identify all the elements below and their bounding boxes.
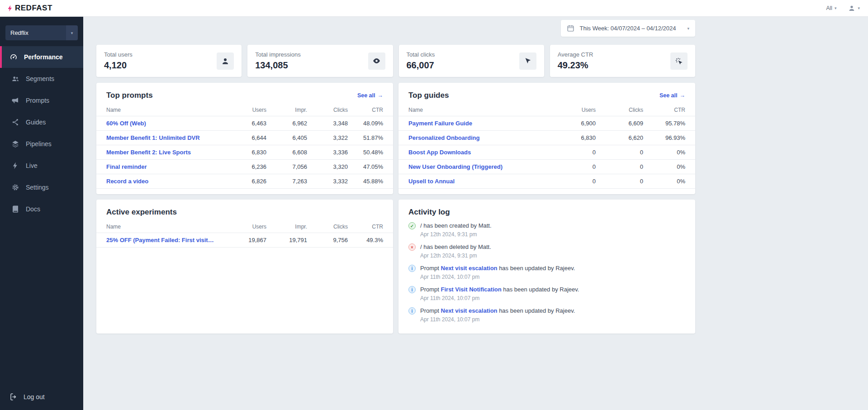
column-header-name: Name [96,104,230,116]
cell-clicks: 0 [600,160,648,174]
cell-ctr: 45.88% [352,174,393,189]
sidebar-item-docs[interactable]: Docs [0,198,83,220]
cell-impr: 6,962 [271,116,312,131]
activity-entity-link[interactable]: First Visit Notification [441,286,502,293]
active-experiments-card: Active experiments Name Users Impr. Clic… [96,200,393,334]
activity-item: ✓ / has been created by Matt. Apr 12th 2… [408,222,685,238]
prompt-link[interactable]: Member Benefit 1: Unlimited DVR [106,134,200,141]
cell-ctr: 50.48% [352,145,393,160]
activity-item: i Prompt First Visit Notification has be… [408,286,685,301]
prompt-link[interactable]: Record a video [106,178,148,185]
see-all-prompts-link[interactable]: See all → [357,92,383,99]
sidebar-item-pipelines[interactable]: Pipelines [0,133,83,155]
cell-ctr: 95.78% [648,116,695,131]
guide-link[interactable]: Upsell to Annual [408,178,455,185]
activity-timestamp: Apr 11th 2024, 10:07 pm [420,295,579,301]
stat-value: 49.23% [558,60,593,71]
date-range-label: This Week: 04/07/2024 – 04/12/2024 [579,25,676,32]
sidebar-item-prompts[interactable]: Prompts [0,90,83,111]
sidebar-item-label: Docs [26,205,40,213]
activity-item: i Prompt Next visit escalation has been … [408,307,685,323]
stats-row: Total users 4,120 Total impressions 134,… [96,45,695,77]
prompt-link[interactable]: Final reminder [106,163,147,170]
cell-ctr: 0% [648,160,695,174]
sidebar-item-guides[interactable]: Guides [0,111,83,133]
cell-ctr: 47.05% [352,160,393,174]
sidebar-item-live[interactable]: Live [0,155,83,176]
sidebar-item-settings[interactable]: Settings [0,176,83,198]
activity-text: Prompt Next visit escalation has been up… [420,264,575,272]
workspace-selector[interactable]: Redflix ▾ [5,25,78,40]
cell-clicks: 6,620 [600,131,648,145]
success-icon: ✓ [408,222,416,229]
column-header-clicks: Clicks [312,221,352,233]
activity-entity-link[interactable]: Next visit escalation [441,265,498,272]
logout-button[interactable]: Log out [0,384,83,410]
cell-clicks: 0 [600,145,648,160]
arrow-right-icon: → [680,92,686,99]
cell-users: 19,867 [230,233,271,248]
filter-dropdown[interactable]: All ▾ [826,5,837,11]
activity-text: / has been deleted by Matt. [420,243,491,251]
activity-entity-link[interactable]: Next visit escalation [441,307,498,314]
cell-clicks: 9,756 [312,233,352,248]
sidebar-item-performance[interactable]: Performance [0,46,83,68]
topbar-right: All ▾ ▾ [826,5,860,12]
stat-label: Total impressions [255,51,300,58]
account-menu[interactable]: ▾ [848,5,860,12]
bolt-logo-icon [6,5,14,12]
stat-value: 4,120 [104,60,133,71]
guide-link[interactable]: Personalized Onboarding [408,134,479,141]
filter-dropdown-label: All [826,5,832,11]
users-icon [11,75,19,83]
cell-users: 6,236 [230,160,271,174]
person-icon [217,52,234,70]
experiment-link[interactable]: 25% OFF (Payment Failed: First visit… [106,237,214,243]
activity-item: i Prompt Next visit escalation has been … [408,264,685,280]
see-all-label: See all [357,92,375,99]
chevron-down-icon: ▾ [687,26,689,31]
logo[interactable]: REDFAST [6,4,52,13]
stat-value: 134,085 [255,60,300,71]
chevron-down-icon: ▾ [835,6,837,10]
table-row: Record a video 6,826 7,263 3,332 45.88% [96,174,393,189]
book-icon [11,205,19,213]
see-all-label: See all [659,92,678,99]
cell-users: 6,826 [230,174,271,189]
see-all-guides-link[interactable]: See all → [659,92,685,99]
column-header-clicks: Clicks [312,104,352,116]
column-header-impr: Impr. [271,221,312,233]
cell-users: 0 [553,160,600,174]
stat-label: Total users [104,51,133,58]
sidebar-item-label: Prompts [26,97,49,104]
cell-users: 0 [553,174,600,189]
prompt-link[interactable]: 60% Off (Web) [106,120,146,127]
gauge-icon [9,53,18,61]
date-range-picker[interactable]: This Week: 04/07/2024 – 04/12/2024 ▾ [561,20,695,37]
cursor-icon [519,52,536,70]
table-row: 60% Off (Web) 6,463 6,962 3,348 48.09% [96,116,393,131]
stat-label: Average CTR [558,51,593,58]
cell-impr: 6,405 [271,131,312,145]
arrow-right-icon: → [378,92,384,99]
cell-impr: 19,791 [271,233,312,248]
cell-clicks: 3,348 [312,116,352,131]
cell-users: 0 [553,145,600,160]
error-icon: × [408,243,416,251]
prompt-link[interactable]: Member Benefit 2: Live Sports [106,149,191,156]
sidebar-item-label: Live [26,162,38,169]
sidebar-item-label: Performance [24,53,63,61]
cell-clicks: 0 [600,174,648,189]
column-header-ctr: CTR [352,221,393,233]
column-header-ctr: CTR [352,104,393,116]
table-row: Personalized Onboarding 6,830 6,620 96.9… [398,131,695,145]
active-experiments-table: Name Users Impr. Clicks CTR 25% OFF (Pay… [96,221,393,248]
guide-link[interactable]: New User Onboarding (Triggered) [408,163,503,170]
cell-ctr: 51.87% [352,131,393,145]
info-icon: i [408,265,416,272]
activity-item: × / has been deleted by Matt. Apr 12th 2… [408,243,685,259]
guide-link[interactable]: Payment Failure Guide [408,120,472,127]
guide-link[interactable]: Boost App Downloads [408,149,471,156]
cell-users: 6,900 [553,116,600,131]
sidebar-item-segments[interactable]: Segments [0,68,83,90]
